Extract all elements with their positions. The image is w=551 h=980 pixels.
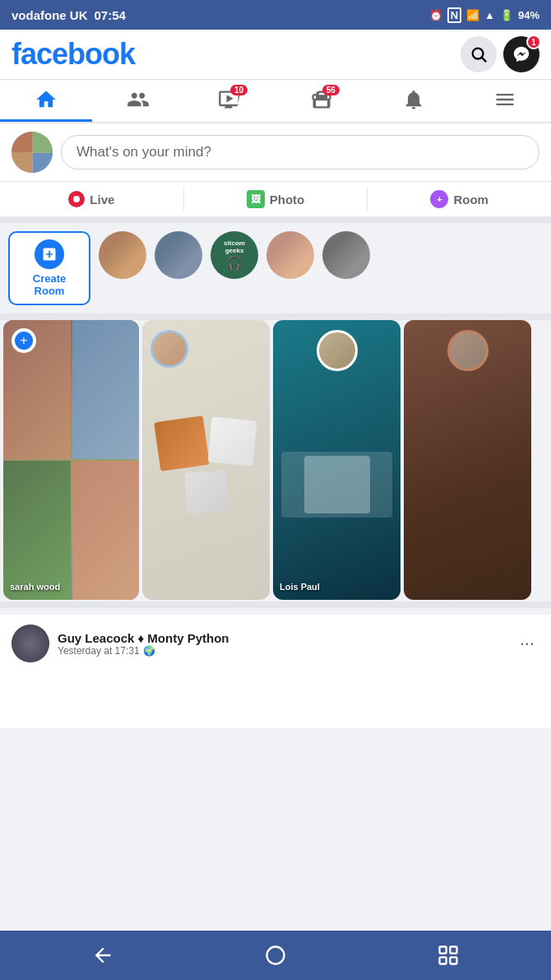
sitcom-geeks-avatar[interactable]: sitcom geeks 🎧 — [211, 231, 258, 279]
stories-row: CreateRoom sitcom geeks 🎧 — [0, 223, 551, 320]
messenger-badge: 1 — [526, 35, 541, 49]
back-icon — [91, 944, 114, 967]
story-3-image — [281, 452, 392, 518]
status-right: ⏰ N 📶 ▲ 🔋 94% — [429, 7, 539, 23]
nav-item-menu[interactable] — [459, 80, 551, 122]
user-avatar — [12, 132, 53, 173]
svg-rect-4 — [450, 947, 456, 954]
story-thumb-4[interactable] — [404, 320, 531, 600]
search-icon — [470, 45, 488, 63]
nav-bar: 10 56 — [0, 80, 551, 123]
create-room-icon — [35, 239, 64, 269]
plus-icon — [41, 246, 58, 262]
search-button[interactable] — [461, 36, 497, 72]
create-room-label: CreateRoom — [33, 272, 66, 297]
story-avatar-4[interactable] — [266, 231, 314, 279]
story-thumb-1[interactable]: + sarah wood — [3, 320, 139, 600]
messenger-icon — [512, 45, 530, 63]
story-avatar-1[interactable] — [99, 231, 146, 279]
story-2-avatar — [150, 330, 188, 368]
story-add-btn[interactable]: + — [12, 328, 36, 353]
post-user-avatar — [12, 625, 49, 662]
nav-item-notifications[interactable] — [368, 80, 460, 122]
live-icon — [68, 191, 85, 207]
create-room-button[interactable]: CreateRoom — [8, 231, 90, 305]
friends-icon — [127, 88, 150, 111]
room-icon: + — [430, 190, 448, 208]
story-thumb-2[interactable] — [142, 320, 270, 600]
menu-icon — [493, 88, 516, 111]
story-4-avatar — [447, 330, 488, 371]
bell-icon — [402, 88, 425, 111]
post-user-info: Guy Leacock ♦ Monty Python Yesterday at … — [58, 631, 229, 657]
svg-point-0 — [473, 49, 484, 59]
post-box: What's on your mind? — [0, 123, 551, 182]
story-3-label: Lois Paul — [280, 582, 394, 592]
live-label: Live — [90, 193, 114, 207]
nav-item-home[interactable] — [0, 80, 92, 122]
story-avatar-2[interactable] — [155, 231, 202, 279]
live-button[interactable]: Live — [0, 182, 183, 216]
svg-line-1 — [482, 58, 486, 62]
battery-icon: 🔋 — [500, 9, 513, 21]
facebook-logo: facebook — [12, 37, 135, 72]
room-label: Room — [453, 193, 488, 207]
wifi-icon: 📶 — [466, 9, 479, 21]
story-thumb-3[interactable]: Lois Paul — [273, 320, 401, 600]
nav-item-watch[interactable]: 10 — [183, 80, 276, 122]
watch-badge: 10 — [230, 85, 248, 95]
header: facebook 1 — [0, 30, 551, 80]
post-header: Guy Leacock ♦ Monty Python Yesterday at … — [12, 625, 539, 662]
photo-label: Photo — [270, 193, 305, 207]
nav-item-friends[interactable] — [92, 80, 184, 122]
header-icons: 1 — [461, 36, 539, 72]
stories-thumbnails: + sarah wood Lois Paul — [0, 320, 551, 608]
back-button[interactable] — [82, 935, 123, 976]
home-button[interactable] — [255, 935, 296, 976]
circle-icon — [264, 944, 287, 967]
story-2-stickers — [150, 419, 262, 513]
time-text: 07:54 — [95, 8, 126, 22]
post-input[interactable]: What's on your mind? — [61, 135, 539, 170]
nfc-icon: N — [447, 7, 461, 23]
battery-text: 94% — [518, 9, 539, 21]
story-avatar-5[interactable] — [322, 231, 370, 279]
bottom-nav — [0, 931, 551, 980]
svg-rect-5 — [450, 957, 456, 964]
photo-button[interactable]: 🖼 Photo — [184, 182, 368, 216]
action-bar: Live 🖼 Photo + Room — [0, 182, 551, 223]
recents-button[interactable] — [428, 935, 469, 976]
post-more-button[interactable]: ··· — [515, 633, 539, 654]
photo-icon: 🖼 — [247, 190, 265, 208]
svg-point-2 — [267, 947, 285, 964]
story-1-label: sarah wood — [10, 582, 132, 592]
sitcom-geeks-logo: sitcom geeks 🎧 — [212, 233, 257, 277]
home-icon — [35, 88, 58, 111]
svg-rect-6 — [440, 957, 447, 964]
nav-item-marketplace[interactable]: 56 — [276, 80, 368, 122]
post-card: Guy Leacock ♦ Monty Python Yesterday at … — [0, 615, 551, 728]
svg-rect-3 — [440, 947, 447, 954]
messenger-button[interactable]: 1 — [503, 36, 539, 72]
post-timestamp: Yesterday at 17:31 🌍 — [58, 645, 229, 657]
status-bar: vodafone UK 07:54 ⏰ N 📶 ▲ 🔋 94% — [0, 0, 551, 30]
signal-icon: ▲ — [484, 9, 495, 21]
post-user: Guy Leacock ♦ Monty Python Yesterday at … — [12, 625, 229, 662]
status-left: vodafone UK 07:54 — [12, 8, 126, 22]
alarm-icon: ⏰ — [429, 9, 442, 21]
globe-icon: 🌍 — [143, 645, 155, 657]
post-user-name: Guy Leacock ♦ Monty Python — [58, 631, 229, 645]
story-3-avatar — [317, 330, 358, 371]
room-button[interactable]: + Room — [368, 182, 551, 216]
marketplace-badge: 56 — [322, 85, 340, 95]
carrier-text: vodafone UK — [12, 8, 88, 22]
recents-icon — [437, 944, 460, 967]
